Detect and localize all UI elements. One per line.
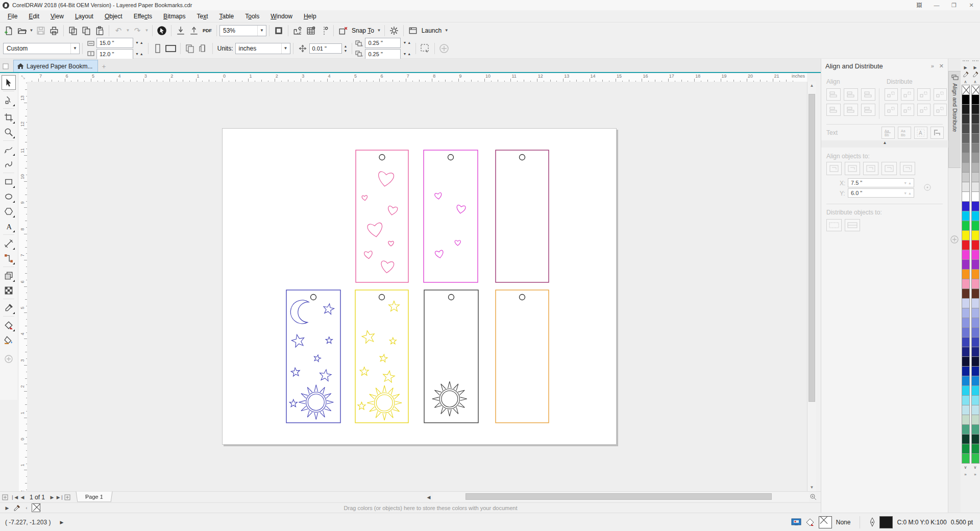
drawing-canvas[interactable] xyxy=(27,82,807,491)
docker-tab-align-distribute[interactable]: Align and Distribute xyxy=(948,71,961,168)
palette-scroll-up-icon[interactable]: ∧ xyxy=(974,78,977,85)
menu-bitmaps[interactable]: Bitmaps xyxy=(158,13,191,20)
align-bottom-button[interactable] xyxy=(861,104,875,116)
chevron-down-icon[interactable]: ▼ xyxy=(376,28,382,33)
first-page-button[interactable]: ❘◀ xyxy=(10,495,18,500)
quick-customize-icon[interactable] xyxy=(950,235,959,244)
import-button[interactable] xyxy=(174,24,187,37)
align-center-v-button[interactable] xyxy=(844,104,858,116)
menu-help[interactable]: Help xyxy=(298,13,322,20)
zoom-level-select[interactable]: 53%▼ xyxy=(219,25,266,36)
color-swatch[interactable] xyxy=(962,94,970,105)
palette-flyout-icon[interactable]: ▶ xyxy=(973,64,976,71)
align-to-page-center-button[interactable] xyxy=(863,162,878,175)
align-target-icon[interactable] xyxy=(923,183,932,191)
menu-text[interactable]: Text xyxy=(191,13,213,20)
color-swatch[interactable] xyxy=(971,143,979,153)
color-swatch[interactable] xyxy=(962,259,970,270)
undo-button[interactable]: ↶ xyxy=(112,24,125,37)
menu-tools[interactable]: Tools xyxy=(239,13,265,20)
align-to-page-edge-button[interactable] xyxy=(845,162,860,175)
freehand-tool[interactable] xyxy=(2,142,16,157)
color-swatch[interactable] xyxy=(962,143,970,153)
color-swatch[interactable] xyxy=(971,337,979,347)
color-swatch[interactable] xyxy=(962,405,970,415)
align-to-active-objects-button[interactable] xyxy=(826,162,842,175)
print-button[interactable] xyxy=(47,24,61,37)
palette-flyout-icon[interactable]: ▶ xyxy=(3,505,11,511)
page-width-spinner[interactable]: ▼ ▲ xyxy=(133,41,145,44)
duplicate-x-spinner[interactable]: ▼ ▲ xyxy=(401,41,413,44)
duplicate-distance-x-field[interactable]: 0.25 " xyxy=(365,38,401,48)
add-tool-icon[interactable] xyxy=(4,354,13,364)
page-width-field[interactable]: 15.0 " xyxy=(96,38,133,48)
color-swatch[interactable] xyxy=(962,153,970,163)
color-swatch[interactable] xyxy=(962,240,970,250)
color-swatch[interactable] xyxy=(971,172,979,182)
align-x-field[interactable]: 7.5 "▼ ▲ xyxy=(848,178,914,187)
nudge-distance-field[interactable]: 0.01 " xyxy=(309,43,342,54)
color-swatch[interactable] xyxy=(962,298,970,308)
color-swatch[interactable] xyxy=(962,347,970,357)
show-guidelines-toggle[interactable] xyxy=(317,24,331,37)
page-height-field[interactable]: 12.0 " xyxy=(96,49,133,59)
color-swatch[interactable] xyxy=(962,133,970,143)
page-height-spinner[interactable]: ▼ ▲ xyxy=(133,52,145,56)
portrait-button[interactable] xyxy=(151,42,164,55)
palette-scroll-down-icon[interactable]: ∨ xyxy=(964,464,967,471)
color-swatch[interactable] xyxy=(971,308,979,318)
color-swatch[interactable] xyxy=(962,191,970,202)
color-swatch[interactable] xyxy=(971,298,979,308)
distribute-button-8[interactable] xyxy=(934,104,947,116)
color-swatch[interactable] xyxy=(962,221,970,231)
vertical-scroll-thumb[interactable] xyxy=(808,94,815,402)
color-swatch[interactable] xyxy=(962,356,970,367)
color-swatch[interactable] xyxy=(962,376,970,386)
color-swatch[interactable] xyxy=(971,259,979,270)
bookmark-sun-only[interactable] xyxy=(424,290,478,423)
color-swatch[interactable] xyxy=(971,434,979,444)
palette-expand-icon[interactable]: » xyxy=(974,471,976,478)
color-swatch[interactable] xyxy=(971,279,979,289)
color-swatch[interactable] xyxy=(971,395,979,405)
horizontal-ruler[interactable]: inches8765432101234567891011121314151617… xyxy=(27,73,807,82)
redo-button[interactable]: ↷ xyxy=(131,24,144,37)
no-color-swatch[interactable] xyxy=(971,85,979,95)
distribute-button-7[interactable] xyxy=(917,104,930,116)
zoom-tool[interactable] xyxy=(2,125,16,139)
palette-grip[interactable] xyxy=(972,60,978,64)
color-swatch[interactable] xyxy=(962,269,970,279)
docker-section-collapse[interactable]: ▲ xyxy=(821,140,948,148)
text-tool[interactable]: A xyxy=(2,219,16,233)
color-swatch[interactable] xyxy=(962,308,970,318)
color-eyedropper-tool[interactable] xyxy=(2,300,16,315)
show-grid-toggle[interactable] xyxy=(304,24,317,37)
bookmark-hearts-large[interactable] xyxy=(356,150,408,282)
menu-file[interactable]: File xyxy=(2,13,23,20)
snap-off-button[interactable] xyxy=(336,24,350,37)
bookmark-hearts-small[interactable] xyxy=(424,150,478,282)
color-swatch[interactable] xyxy=(962,366,970,376)
polygon-tool[interactable] xyxy=(2,204,16,219)
distribute-button-5[interactable] xyxy=(885,104,898,116)
export-button[interactable] xyxy=(187,24,201,37)
horizontal-scroll-thumb[interactable] xyxy=(465,493,772,500)
distribute-button-2[interactable] xyxy=(901,88,914,101)
ruler-origin-corner[interactable]: ⤡ xyxy=(19,73,28,82)
align-text-baseline-first-button[interactable]: AaBb xyxy=(881,127,895,139)
drop-shadow-tool[interactable] xyxy=(2,268,16,283)
connector-tool[interactable] xyxy=(2,251,16,266)
distribute-button-4[interactable] xyxy=(934,88,947,101)
color-swatch[interactable] xyxy=(971,347,979,357)
landscape-button[interactable] xyxy=(164,42,178,55)
color-swatch[interactable] xyxy=(971,415,979,425)
add-page-after-button[interactable] xyxy=(64,494,72,500)
docker-close-icon[interactable]: ✕ xyxy=(939,63,944,69)
distribute-to-extent-button[interactable] xyxy=(826,219,842,231)
no-color-swatch[interactable] xyxy=(962,85,970,95)
eyedropper-icon[interactable] xyxy=(972,71,978,78)
color-swatch[interactable] xyxy=(971,453,979,464)
options-button[interactable] xyxy=(387,24,401,37)
color-swatch[interactable] xyxy=(971,366,979,376)
color-swatch[interactable] xyxy=(971,405,979,415)
